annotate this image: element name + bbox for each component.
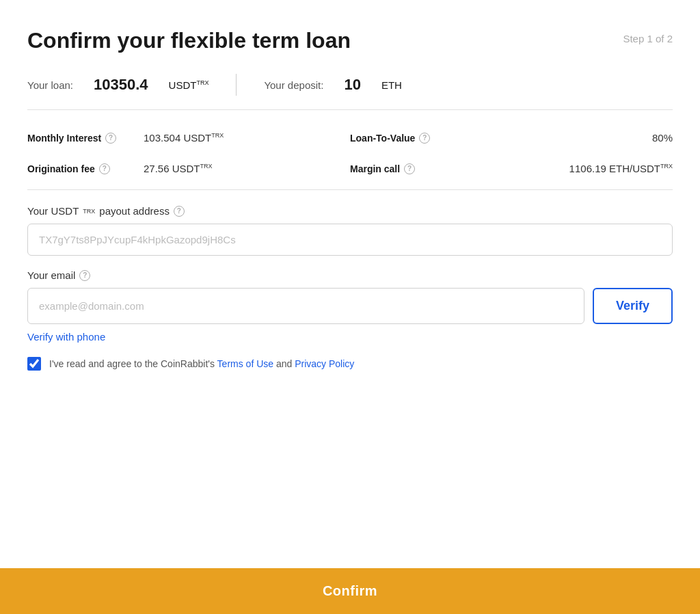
monthly-interest-value: 103.504 USDTTRX (144, 132, 224, 144)
step-label: Step 1 of 2 (623, 33, 673, 44)
loan-amount: 10350.4 (94, 76, 148, 94)
payout-address-label: Your USDTTRX payout address ? (27, 205, 673, 217)
origination-fee-value: 27.56 USDTTRX (144, 163, 213, 174)
loan-currency: USDTTRX (169, 79, 209, 91)
page-title: Confirm your flexible term loan (27, 27, 351, 53)
loan-to-value-help-icon[interactable]: ? (419, 133, 430, 144)
confirm-loan-card: Confirm your flexible term loan Step 1 o… (0, 0, 700, 614)
loan-to-value-label: Loan-To-Value ? (350, 133, 459, 144)
confirm-button-label: Confirm (323, 583, 377, 598)
terms-checkbox-wrapper[interactable] (27, 357, 41, 371)
deposit-currency: ETH (381, 79, 402, 91)
verify-with-phone-link[interactable]: Verify with phone (27, 331, 105, 343)
privacy-policy-link[interactable]: Privacy Policy (295, 358, 354, 369)
payout-address-input[interactable] (27, 224, 673, 256)
payout-address-section: Your USDTTRX payout address ? (27, 205, 673, 256)
margin-call-help-icon[interactable]: ? (404, 163, 415, 174)
loan-summary: Your loan: 10350.4 USDTTRX Your deposit:… (27, 74, 673, 96)
email-input[interactable] (27, 288, 584, 324)
header-row: Confirm your flexible term loan Step 1 o… (27, 27, 673, 53)
payout-address-help-icon[interactable]: ? (174, 206, 185, 217)
loan-divider (236, 74, 237, 96)
email-help-icon[interactable]: ? (79, 270, 90, 281)
verify-button[interactable]: Verify (593, 288, 673, 324)
details-row-2: Origination fee ? 27.56 USDTTRX Margin c… (27, 153, 673, 184)
separator-middle (27, 189, 673, 190)
terms-of-use-link[interactable]: Terms of Use (217, 358, 273, 369)
margin-call-section: Margin call ? 1106.19 ETH/USDTTRX (350, 163, 673, 174)
email-row: Verify (27, 288, 673, 324)
origination-fee-help-icon[interactable]: ? (99, 163, 110, 174)
margin-call-label: Margin call ? (350, 163, 459, 174)
email-label: Your email ? (27, 269, 673, 281)
confirm-footer[interactable]: Confirm (0, 568, 700, 614)
separator-top (27, 109, 673, 110)
monthly-interest-help-icon[interactable]: ? (105, 133, 116, 144)
details-row-1: Monthly Interest ? 103.504 USDTTRX Loan-… (27, 122, 673, 153)
monthly-interest-label: Monthly Interest ? (27, 133, 137, 144)
email-section: Your email ? Verify Verify with phone (27, 269, 673, 343)
origination-fee-section: Origination fee ? 27.56 USDTTRX (27, 163, 350, 174)
terms-checkbox[interactable] (27, 357, 41, 371)
loan-to-value-value: 80% (652, 132, 673, 144)
loan-to-value-section: Loan-To-Value ? 80% (350, 132, 673, 144)
margin-call-value: 1106.19 ETH/USDTTRX (569, 163, 673, 174)
loan-label: Your loan: (27, 79, 73, 91)
monthly-interest-section: Monthly Interest ? 103.504 USDTTRX (27, 132, 350, 144)
deposit-label: Your deposit: (264, 79, 323, 91)
terms-checkbox-row: I've read and agree to the CoinRabbit's … (27, 357, 673, 371)
deposit-amount: 10 (344, 76, 360, 94)
terms-label: I've read and agree to the CoinRabbit's … (49, 358, 354, 369)
origination-fee-label: Origination fee ? (27, 163, 137, 174)
